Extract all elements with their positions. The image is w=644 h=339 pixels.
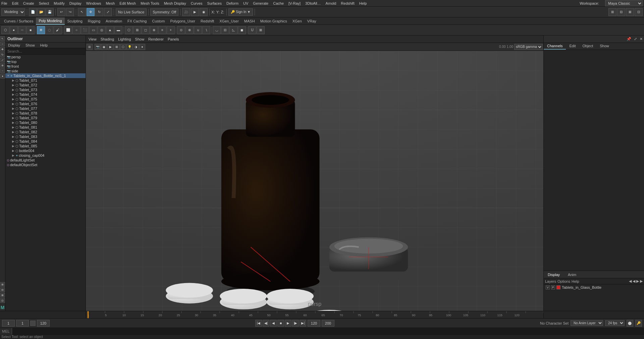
- poly-cube-icon[interactable]: ⬜: [64, 26, 72, 34]
- ipr-icon[interactable]: ◉: [200, 8, 208, 16]
- gamma-dropdown[interactable]: sRGB gamma: [514, 44, 543, 50]
- step-forward-button[interactable]: |▶: [292, 320, 299, 327]
- tree-item-tablet082[interactable]: ▶ ⬡ Tablet_082: [5, 130, 86, 134]
- vp-camera-icon[interactable]: 📷: [95, 44, 101, 50]
- tab-mash[interactable]: MASH: [241, 17, 258, 25]
- vp-menu-lighting[interactable]: Lighting: [117, 37, 132, 41]
- tab-poly-modeling[interactable]: Poly Modeling: [36, 17, 64, 25]
- vp-ao-icon[interactable]: ●: [139, 44, 145, 50]
- vp-grid-icon[interactable]: ⊞: [87, 44, 93, 50]
- tree-item-persp[interactable]: 📷 persp: [5, 55, 86, 59]
- vp-menu-shading[interactable]: Shading: [99, 37, 115, 41]
- move-icon[interactable]: ✥: [87, 8, 95, 16]
- ch-tab-object[interactable]: Object: [579, 43, 596, 50]
- vp-select-icon[interactable]: ◉: [101, 44, 107, 50]
- play-back-button[interactable]: ◀: [270, 320, 277, 327]
- boolean-union-icon[interactable]: ∪: [194, 26, 202, 34]
- vp-light-icon[interactable]: 💡: [126, 44, 132, 50]
- open-file-icon[interactable]: 📂: [37, 8, 45, 16]
- new-file-icon[interactable]: 📄: [29, 8, 37, 16]
- poly-torus-icon[interactable]: ◎: [98, 26, 106, 34]
- vp-render-icon[interactable]: ▶: [107, 44, 113, 50]
- tab-custom[interactable]: Custom: [150, 17, 168, 25]
- menu-file[interactable]: File: [1, 1, 7, 5]
- layer-tab-display[interactable]: Display: [545, 272, 562, 277]
- tool-rotate[interactable]: ↻: [0, 52, 5, 57]
- tree-item-tablet073[interactable]: ▶ ⬡ Tablet_073: [5, 87, 86, 92]
- layer-visible-button[interactable]: V: [546, 285, 550, 289]
- select-icon[interactable]: ↖: [78, 8, 86, 16]
- menu-select[interactable]: Select: [39, 1, 49, 5]
- outliner-display-menu[interactable]: Display: [5, 43, 23, 48]
- poly-sphere-icon[interactable]: ○: [72, 26, 80, 34]
- merge-icon[interactable]: ⊕: [150, 26, 158, 34]
- soft-select-icon[interactable]: ◌: [45, 26, 53, 34]
- menu-display[interactable]: Display: [69, 1, 82, 5]
- menu-mesh-tools[interactable]: Mesh Tools: [141, 1, 159, 5]
- tool-select[interactable]: ↖: [0, 36, 5, 41]
- poly-cone-icon[interactable]: ▲: [106, 26, 114, 34]
- tree-item-default-object-set[interactable]: ⊙ defaultObjectSet: [5, 162, 86, 167]
- menu-3dtoall[interactable]: 3DtoAll…: [305, 1, 321, 5]
- vp-menu-view[interactable]: View: [87, 37, 98, 41]
- tool-scale[interactable]: ⤢: [0, 58, 5, 62]
- rotate-icon[interactable]: ↻: [95, 8, 103, 16]
- tree-item-cap004[interactable]: ▶ ✶ closing_cap004: [5, 153, 86, 158]
- total-frames-input[interactable]: [322, 320, 334, 327]
- menu-modify[interactable]: Modify: [54, 1, 64, 5]
- vp-menu-renderer[interactable]: Renderer: [147, 37, 165, 41]
- tree-item-side[interactable]: 📷 side: [5, 69, 86, 73]
- menu-windows[interactable]: Windows: [86, 1, 101, 5]
- undo-icon[interactable]: ↩: [57, 8, 65, 16]
- boolean-diff-icon[interactable]: ∖: [202, 26, 210, 34]
- insert-edge-icon[interactable]: +: [167, 26, 175, 34]
- tool-move[interactable]: ✥: [0, 47, 5, 52]
- camera-icon[interactable]: 🎥: [182, 8, 190, 16]
- skip-to-start-button[interactable]: |◀: [255, 320, 262, 327]
- render-icon[interactable]: ▶: [191, 8, 199, 16]
- poly-disk-icon[interactable]: ▬: [114, 26, 122, 34]
- no-live-surface[interactable]: No Live Surface: [116, 8, 147, 16]
- no-anim-layer-dropdown[interactable]: No Anim Layer: [571, 320, 603, 326]
- menu-surfaces[interactable]: Surfaces: [207, 1, 222, 5]
- menu-create[interactable]: Create: [23, 1, 34, 5]
- channel-box-pin-icon[interactable]: 📌: [627, 37, 631, 41]
- save-file-icon[interactable]: 💾: [46, 8, 54, 16]
- expand-icon-cap[interactable]: ▶: [12, 154, 15, 157]
- layer-playback-button[interactable]: P: [551, 285, 555, 289]
- range-start-input[interactable]: [16, 320, 29, 327]
- tab-vray[interactable]: VRay: [305, 17, 319, 25]
- mode-dropdown[interactable]: Modeling: [1, 8, 25, 16]
- range-end-input[interactable]: [37, 320, 50, 327]
- vp-wire-icon[interactable]: ⊠: [114, 44, 120, 50]
- tool-joint[interactable]: ⊕: [0, 63, 5, 68]
- menu-cache[interactable]: Cache: [273, 1, 284, 5]
- layer-options-menu[interactable]: Options: [557, 279, 570, 283]
- menu-mesh[interactable]: Mesh: [106, 1, 115, 5]
- tree-item-tablet077[interactable]: ▶ ⬡ Tablet_077: [5, 106, 86, 111]
- tab-xgen-user[interactable]: XGen_User: [217, 17, 241, 25]
- workspace-dropdown[interactable]: Maya Classic: [605, 0, 643, 6]
- layer-tab-anim[interactable]: Anim: [565, 272, 579, 277]
- loop-cut-icon[interactable]: ≡: [158, 26, 166, 34]
- layer-next-icon[interactable]: ▶: [636, 279, 639, 283]
- auto-key-button[interactable]: ⬤: [627, 320, 633, 327]
- max-frame-input[interactable]: [308, 320, 320, 327]
- vp-shadow-icon[interactable]: ◑: [133, 44, 139, 50]
- step-back-button[interactable]: ◀|: [263, 320, 269, 327]
- sign-in-button[interactable]: 🔑 Sign In ▼: [228, 8, 253, 16]
- tree-item-bottle004[interactable]: ▶ ⬡ bottle004: [5, 148, 86, 153]
- transform-icon[interactable]: ✚: [37, 26, 45, 34]
- tree-item-tablet084[interactable]: ▶ ⬡ Tablet_084: [5, 139, 86, 144]
- play-forward-button[interactable]: ▶: [285, 320, 291, 327]
- tab-motion-graphics[interactable]: Motion Graphics: [258, 17, 290, 25]
- uv-editor-icon[interactable]: U: [248, 26, 256, 34]
- triangulate-icon[interactable]: ◺: [229, 26, 237, 34]
- tab-curves-surfaces[interactable]: Curves / Surfaces: [1, 17, 36, 25]
- ch-tab-channels[interactable]: Channels: [544, 43, 566, 50]
- menu-help[interactable]: Help: [359, 1, 367, 5]
- layer-layers-menu[interactable]: Layers: [545, 279, 556, 283]
- layout-3-icon[interactable]: ⊠: [626, 8, 634, 16]
- tree-item-tablet076[interactable]: ▶ ⬡ Tablet_076: [5, 101, 86, 106]
- vp-menu-show[interactable]: Show: [134, 37, 146, 41]
